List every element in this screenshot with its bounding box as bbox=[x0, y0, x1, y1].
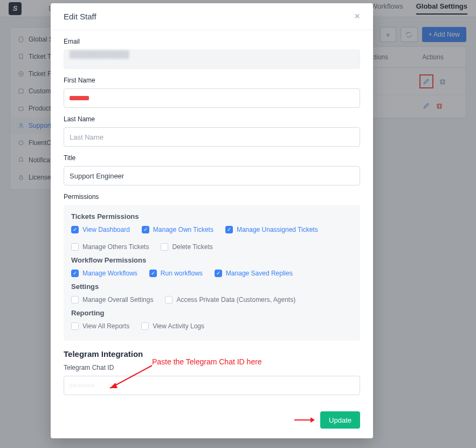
close-icon[interactable]: × bbox=[354, 11, 360, 22]
lastname-field[interactable] bbox=[64, 127, 360, 147]
permission-checkbox[interactable]: View All Reports bbox=[71, 322, 129, 330]
update-button[interactable]: Update bbox=[320, 411, 360, 429]
perm-group-heading: Tickets Permissions bbox=[71, 212, 353, 220]
checkbox-label: View All Reports bbox=[82, 322, 129, 330]
checkbox-label: Delete Tickets bbox=[172, 243, 212, 251]
firstname-label: First Name bbox=[64, 77, 360, 84]
email-field: ████████████ bbox=[64, 50, 360, 69]
checkbox-label: Manage Overall Settings bbox=[82, 296, 153, 304]
firstname-field[interactable] bbox=[64, 88, 360, 108]
modal-title: Edit Staff bbox=[64, 12, 96, 21]
perm-group-heading: Workflow Permissions bbox=[71, 256, 353, 264]
checkbox-icon bbox=[71, 226, 79, 233]
checkbox-label: View Dashboard bbox=[82, 226, 130, 233]
permission-checkbox[interactable]: Run workflows bbox=[149, 270, 203, 277]
checkbox-label: Manage Saved Replies bbox=[226, 270, 293, 277]
checkbox-icon bbox=[71, 322, 79, 330]
lastname-label: Last Name bbox=[64, 115, 360, 123]
permission-checkbox[interactable]: Manage Others Tickets bbox=[71, 243, 149, 251]
checkbox-icon bbox=[161, 243, 168, 251]
checkbox-label: Manage Workflows bbox=[82, 270, 137, 277]
svg-marker-9 bbox=[311, 417, 315, 423]
redacted-firstname bbox=[70, 96, 89, 100]
permission-checkbox[interactable]: View Activity Logs bbox=[141, 322, 204, 330]
permission-checkbox[interactable]: Access Private Data (Customers, Agents) bbox=[165, 296, 295, 304]
permission-checkbox[interactable]: Manage Saved Replies bbox=[215, 270, 293, 277]
permission-checkbox[interactable]: Manage Overall Settings bbox=[71, 296, 153, 304]
permission-checkbox[interactable]: Manage Workflows bbox=[71, 270, 137, 277]
email-label: Email bbox=[64, 38, 360, 45]
arrow-icon bbox=[293, 416, 315, 424]
checkbox-label: Manage Others Tickets bbox=[82, 243, 149, 251]
checkbox-icon bbox=[149, 270, 157, 277]
permission-checkbox[interactable]: Manage Unassigned Tickets bbox=[225, 226, 318, 233]
checkbox-icon bbox=[141, 322, 149, 330]
edit-staff-modal: Edit Staff × Email ████████████ First Na… bbox=[51, 3, 373, 438]
perm-group-heading: Settings bbox=[71, 282, 353, 291]
checkbox-icon bbox=[215, 270, 222, 277]
checkbox-label: Manage Own Tickets bbox=[153, 226, 213, 233]
checkbox-icon bbox=[71, 270, 79, 277]
annotation-text: Paste the Telegram Chat ID here bbox=[152, 357, 262, 366]
telegram-chatid-value: • • • • • • bbox=[70, 382, 94, 390]
permission-checkbox[interactable]: Manage Own Tickets bbox=[142, 226, 213, 233]
permission-checkbox[interactable]: View Dashboard bbox=[71, 226, 130, 233]
checkbox-icon bbox=[71, 296, 79, 304]
telegram-chatid-field[interactable]: • • • • • • bbox=[64, 376, 360, 395]
checkbox-label: View Activity Logs bbox=[153, 322, 204, 330]
permissions-label: Permissions bbox=[64, 193, 360, 201]
checkbox-label: Run workflows bbox=[161, 270, 203, 277]
title-label: Title bbox=[64, 154, 360, 162]
checkbox-icon bbox=[165, 296, 173, 304]
checkbox-icon bbox=[225, 226, 233, 233]
checkbox-label: Access Private Data (Customers, Agents) bbox=[176, 296, 295, 304]
checkbox-icon bbox=[142, 226, 149, 233]
permissions-box: Tickets Permissions View DashboardManage… bbox=[64, 205, 360, 341]
title-field[interactable] bbox=[64, 166, 360, 185]
perm-group-heading: Reporting bbox=[71, 309, 353, 317]
checkbox-icon bbox=[71, 243, 79, 251]
checkbox-label: Manage Unassigned Tickets bbox=[237, 226, 318, 233]
permission-checkbox[interactable]: Delete Tickets bbox=[161, 243, 212, 251]
